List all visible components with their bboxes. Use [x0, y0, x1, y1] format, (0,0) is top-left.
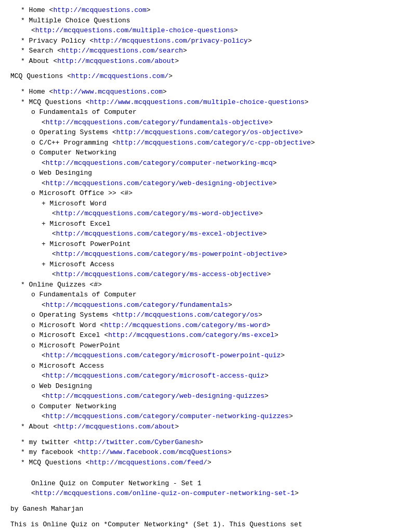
text-line — [10, 514, 401, 520]
link[interactable]: http://mcqquestions.com/category/fundame… — [46, 119, 269, 126]
link[interactable]: http://mcqquestions.com/about — [57, 57, 175, 65]
text-line: * Online Quizzes <#> — [21, 280, 401, 290]
link[interactable]: http://mcqquestions.com/about — [57, 423, 175, 431]
text-line: o Microsoft Access — [31, 361, 401, 371]
text-line: o Fundamentals of Computer — [31, 107, 401, 118]
link[interactable]: http://mcqquestions.com/category/microso… — [46, 372, 264, 380]
link[interactable]: http://mcqquestions.com/category/ms-exce… — [108, 331, 274, 339]
link[interactable]: http://mcqquestions.com/category/fundame… — [46, 301, 228, 309]
link[interactable]: http://mcqquestions.com/category/microso… — [46, 352, 281, 359]
text-line: * About <http://mcqquestions.com/about> — [21, 56, 401, 67]
text-line: * Home <http://www.mcqquestions.com> — [21, 87, 401, 97]
text-line: This is Online Quiz on *Computer Network… — [10, 520, 401, 530]
text-line: + Microsoft Access — [42, 259, 401, 270]
text-line: o Operating Systems <http://mcqquestions… — [31, 127, 401, 138]
link[interactable]: http://mcqquestions.com/category/web-des… — [46, 392, 264, 400]
text-line — [10, 66, 401, 71]
text-line: * my twitter <http://twitter.com/CyberGa… — [21, 437, 401, 448]
text-line: <http://mcqquestions.com/category/fundam… — [42, 118, 401, 128]
link[interactable]: http://mcqquestions.com/ — [71, 72, 168, 80]
text-line: <http://mcqquestions.com/category/comput… — [42, 158, 401, 168]
text-line: o Microsoft Excel <http://mcqquestions.c… — [31, 330, 401, 341]
text-line — [10, 432, 401, 437]
text-line — [10, 499, 401, 504]
page-container: * Home <http://mcqquestions.com>* Multip… — [10, 5, 401, 532]
text-line: <http://mcqquestions.com/category/ms-wor… — [52, 209, 401, 219]
text-line — [10, 468, 401, 473]
text-line: + Microsoft Excel — [42, 219, 401, 229]
text-line: o C/C++ Programming <http://mcqquestions… — [31, 138, 401, 148]
text-line: o Fundamentals of Computer — [31, 290, 401, 300]
link[interactable]: http://www.mcqquestions.com — [53, 88, 163, 96]
link[interactable]: http://mcqquestions.com/multiple-choice-… — [35, 27, 234, 34]
text-line: <http://mcqquestions.com/category/ms-pow… — [52, 249, 401, 259]
text-line: <http://mcqquestions.com/category/micros… — [42, 371, 401, 381]
text-line: o Microsoft PowerPoint — [31, 341, 401, 351]
text-line: * Search <http://mcqquestions.com/search… — [21, 46, 401, 56]
text-line: o Web Desinging — [31, 168, 401, 178]
text-line: <http://mcqquestions.com/category/ms-exc… — [52, 229, 401, 239]
link[interactable]: http://mcqquestions.com/category/ms-powe… — [56, 250, 283, 258]
text-line: o Microsoft Office >> <#> — [31, 188, 401, 199]
text-line: <http://mcqquestions.com/category/web-de… — [42, 178, 401, 189]
text-line: * Privacy Policy <http://mcqquestions.co… — [21, 36, 401, 46]
link[interactable]: http://mcqquestions.com/category/ms-exce… — [56, 230, 263, 238]
text-line: <http://mcqquestions.com/category/fundam… — [42, 300, 401, 310]
text-line: by Ganesh Maharjan — [10, 504, 401, 514]
link[interactable]: http://mcqquestions.com/privacy-policy — [94, 37, 247, 45]
text-line: o Computer Networking — [31, 401, 401, 412]
link[interactable]: http://mcqquestions.com/online-quiz-on-c… — [35, 489, 295, 497]
link[interactable]: http://twitter.com/CyberGanesh — [77, 438, 199, 446]
link[interactable]: http://mcqquestions.com/category/c-cpp-o… — [116, 139, 311, 147]
text-line — [10, 473, 401, 478]
text-line: o Computer Networking — [31, 148, 401, 158]
text-line: <http://mcqquestions.com/multiple-choice… — [31, 25, 401, 36]
content-area: * Home <http://mcqquestions.com>* Multip… — [10, 5, 401, 532]
link[interactable]: http://mcqquestions.com/category/os-obje… — [116, 128, 299, 136]
text-line: * MCQ Questions <http://mcqquestions.com… — [21, 458, 401, 468]
link[interactable]: http://mcqquestions.com — [53, 6, 146, 14]
text-line — [10, 82, 401, 87]
text-line: * MCQ Questions <http://www.mcqquestions… — [21, 97, 401, 108]
link[interactable]: http://mcqquestions.com/category/ms-word… — [56, 210, 259, 217]
text-line: <http://mcqquestions.com/category/web-de… — [42, 391, 401, 401]
text-line: <http://mcqquestions.com/category/ms-acc… — [52, 269, 401, 280]
link[interactable]: http://mcqquestions.com/category/ms-acce… — [56, 270, 267, 278]
text-line: * Home <http://mcqquestions.com> — [21, 5, 401, 16]
link[interactable]: http://www.mcqquestions.com/multiple-cho… — [90, 98, 304, 106]
text-line: * About <http://mcqquestions.com/about> — [21, 422, 401, 432]
link[interactable]: http://mcqquestions.com/category/compute… — [46, 412, 289, 420]
text-line: <http://mcqquestions.com/category/comput… — [42, 411, 401, 422]
text-line: * my facebook <http://www.facebook.com/m… — [21, 447, 401, 458]
text-line: Online Quiz on Computer Networking - Set… — [31, 478, 401, 489]
text-line: <http://mcqquestions.com/category/micros… — [42, 351, 401, 361]
text-line: o Operating Systems <http://mcqquestions… — [31, 310, 401, 320]
link[interactable]: http://mcqquestions.com/category/compute… — [46, 159, 273, 167]
link[interactable]: http://mcqquestions.com/search — [61, 47, 183, 55]
link[interactable]: http://mcqquestions.com/category/os — [116, 311, 258, 319]
text-line: o Microsoft Word <http://mcqquestions.co… — [31, 320, 401, 331]
text-line: * Multiple Choice Questions — [21, 16, 401, 26]
text-line: consists of 10 Multiple Choice Questions… — [10, 530, 401, 532]
text-line: + Microsoft PowerPoint — [42, 239, 401, 250]
link[interactable]: http://mcqquestions.com/category/ms-word — [104, 321, 266, 329]
text-line: <http://mcqquestions.com/online-quiz-on-… — [31, 488, 401, 499]
text-line: MCQ Questions <http://mcqquestions.com/> — [10, 71, 401, 82]
link[interactable]: http://mcqquestions.com/feed/ — [90, 459, 207, 466]
text-line: o Web Designing — [31, 381, 401, 392]
link[interactable]: http://mcqquestions.com/category/web-des… — [46, 179, 273, 187]
text-line: + Microsoft Word — [42, 199, 401, 209]
link[interactable]: http://www.facebook.com/mcqQuestions — [82, 448, 228, 456]
